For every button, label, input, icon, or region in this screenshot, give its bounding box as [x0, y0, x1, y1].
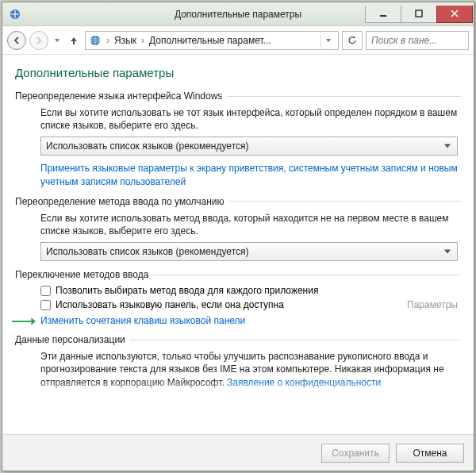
maximize-button[interactable]	[401, 6, 437, 23]
app-icon	[9, 8, 21, 21]
checkbox-label: Позволить выбирать метод ввода для каждо…	[56, 285, 318, 296]
group-legend: Переопределение метода ввода по умолчани…	[15, 196, 225, 207]
group-personalization: Данные персонализации Эти данные использ…	[15, 334, 461, 389]
change-hotkeys-link[interactable]: Изменить сочетания клавиш языковой панел…	[40, 315, 245, 326]
titlebar: Дополнительные параметры	[2, 2, 474, 26]
back-button[interactable]	[7, 31, 26, 50]
language-bar-checkbox[interactable]	[40, 300, 51, 310]
group-description: Эти данные используются, только чтобы ул…	[40, 350, 458, 389]
breadcrumb-separator-icon: ›	[141, 35, 144, 46]
save-button: Сохранить	[321, 444, 390, 463]
group-legend: Переключение методов ввода	[15, 269, 148, 280]
apply-to-welcome-link[interactable]: Применить языковые параметры к экрану пр…	[40, 163, 458, 187]
group-input-switching: Переключение методов ввода Позволить выб…	[15, 269, 461, 326]
location-icon	[89, 34, 102, 47]
privacy-statement-link[interactable]: Заявление о конфиденциальности	[227, 377, 381, 388]
svg-rect-3	[380, 15, 386, 17]
checkbox-label: Использовать языковую панель, если она д…	[56, 299, 284, 310]
navbar: › Язык › Дополнительные парамет...	[2, 26, 474, 55]
group-legend: Данные персонализации	[15, 334, 125, 345]
per-app-input-checkbox[interactable]	[40, 286, 51, 296]
group-legend: Переопределение языка интерфейса Windows	[15, 90, 222, 102]
close-button[interactable]	[436, 6, 473, 23]
default-input-combo[interactable]: Использовать список языков (рекомендуетс…	[40, 242, 458, 261]
recent-locations-button[interactable]	[52, 37, 63, 44]
annotation-arrow-icon	[12, 317, 36, 326]
group-description: Если вы хотите использовать метод ввода,…	[40, 212, 458, 237]
divider	[153, 275, 461, 275]
address-bar[interactable]: › Язык › Дополнительные парамет...	[85, 31, 339, 50]
window-controls	[366, 6, 474, 23]
refresh-button[interactable]	[342, 31, 363, 50]
interface-language-combo[interactable]: Использовать список языков (рекомендуетс…	[40, 137, 458, 156]
breadcrumb-current[interactable]: Дополнительные парамет...	[149, 35, 271, 46]
svg-rect-4	[416, 10, 422, 17]
group-default-input: Переопределение метода ввода по умолчани…	[15, 196, 461, 261]
breadcrumb-root[interactable]: Язык	[114, 35, 136, 46]
divider	[227, 96, 461, 97]
group-description: Если вы хотите использовать не тот язык …	[40, 106, 458, 132]
divider	[229, 201, 461, 202]
language-bar-params-link: Параметры	[407, 299, 458, 310]
cancel-button[interactable]: Отмена	[396, 444, 464, 463]
group-interface-language: Переопределение языка интерфейса Windows…	[15, 90, 461, 188]
minimize-button[interactable]	[365, 6, 401, 23]
window: Дополнительные параметры	[2, 2, 474, 471]
page-title: Дополнительные параметры	[15, 66, 461, 79]
forward-button[interactable]	[29, 31, 48, 50]
svg-rect-2	[11, 13, 19, 15]
footer: Сохранить Отмена	[2, 434, 474, 471]
breadcrumb-separator-icon: ›	[106, 35, 109, 46]
divider	[130, 340, 461, 340]
address-dropdown-button[interactable]	[321, 32, 335, 49]
search-input[interactable]	[366, 31, 469, 50]
up-button[interactable]	[66, 32, 82, 49]
content-area: Дополнительные параметры Переопределение…	[2, 55, 474, 434]
